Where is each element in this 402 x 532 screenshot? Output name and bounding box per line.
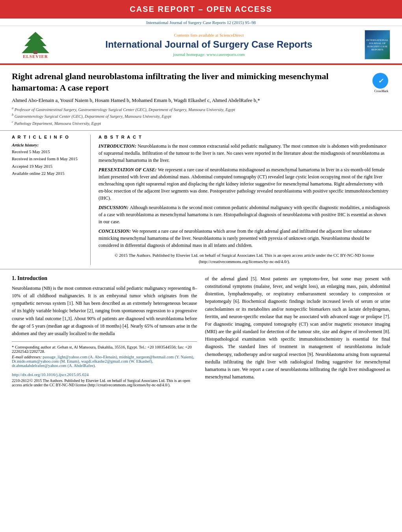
affiliation-b: b Gastroenterology Surgical Center (GEC)… xyxy=(12,113,367,119)
body-intro-para2: of the adrenal gland [5]. Most patients … xyxy=(205,275,390,381)
elsevier-tree-icon xyxy=(20,31,51,54)
abstract-intro-text: Neuroblastoma is the most common extracr… xyxy=(99,143,386,163)
email-note: E-mail addresses: passage_light@yahoo.co… xyxy=(12,355,197,368)
license-text: 2210-2612/© 2015 The Authors. Published … xyxy=(12,378,197,387)
received-date: Received 5 May 2015 xyxy=(12,149,84,155)
corresponding-author-note: * Corresponding author at: Gehan st, Al … xyxy=(12,345,197,354)
doi-area: http://dx.doi.org/10.1016/j.ijscr.2015.0… xyxy=(12,369,197,387)
article-title-area: Right adrenal gland neuroblastoma infilt… xyxy=(12,71,367,126)
article-history-label: Article history: xyxy=(12,143,84,147)
elsevier-logo-area: ELSEVIER xyxy=(12,31,59,59)
journal-center: Contents lists available at ScienceDirec… xyxy=(59,33,359,57)
elsevier-label: ELSEVIER xyxy=(23,54,48,59)
authors-line: Ahmed Abo-Elenain a, Yousif Naiem b, Hos… xyxy=(12,97,367,104)
abstract-intro-title: INTRODUCTION: xyxy=(99,143,136,149)
affiliation-a: a Professor of Gastrointestinal Surgery,… xyxy=(12,106,367,113)
body-intro-para1: Neuroblastoma (NB) is the most common ex… xyxy=(12,285,197,337)
abstract-column: A B S T R A C T INTRODUCTION: Neuroblast… xyxy=(99,135,390,265)
footnotes-area: * Corresponding author at: Gehan st, Al … xyxy=(12,341,197,368)
journal-reference: International Journal of Surgery Case Re… xyxy=(0,19,402,26)
article-body: 1. Introduction Neuroblastoma (NB) is th… xyxy=(0,269,402,393)
article-info-abstract-section: A R T I C L E I N F O Article history: R… xyxy=(0,131,402,269)
abstract-disc-text: Although neuroblastoma is the second mos… xyxy=(99,205,390,224)
crossmark-badge[interactable]: ✓ CrossMark xyxy=(372,73,390,91)
journal-cover-image: INTERNATIONAL JOURNAL OF SURGERY CASE RE… xyxy=(365,30,390,59)
article-info-title: A R T I C L E I N F O xyxy=(12,135,84,139)
revised-date: Received in revised form 8 May 2015 xyxy=(12,156,84,162)
accepted-date: Accepted 19 May 2015 xyxy=(12,163,84,169)
available-date: Available online 22 May 2015 xyxy=(12,171,84,176)
svg-rect-2 xyxy=(34,51,37,54)
section1-heading: 1. Introduction xyxy=(12,275,197,282)
article-info-column: A R T I C L E I N F O Article history: R… xyxy=(12,135,91,265)
crossmark-icon: ✓ xyxy=(372,73,388,89)
abstract-presentation: PRESENTATION OF CASE: We represent a rar… xyxy=(99,166,390,202)
journal-header: ELSEVIER Contents lists available at Sci… xyxy=(0,26,402,64)
body-right-column: of the adrenal gland [5]. Most patients … xyxy=(205,275,390,387)
abstract-title: A B S T R A C T xyxy=(99,135,390,139)
abstract-copyright: © 2015 The Authors. Published by Elsevie… xyxy=(99,252,390,265)
abstract-conc-title: CONCLUSION: xyxy=(99,228,131,234)
abstract-disc-title: DISCUSSION: xyxy=(99,205,128,210)
body-left-column: 1. Introduction Neuroblastoma (NB) is th… xyxy=(12,275,197,387)
article-title: Right adrenal gland neuroblastoma infilt… xyxy=(12,71,367,93)
abstract-discussion: DISCUSSION: Although neuroblastoma is th… xyxy=(99,204,390,225)
crossmark-label: CrossMark xyxy=(372,89,390,93)
affiliations: a Professor of Gastrointestinal Surgery,… xyxy=(12,106,367,126)
journal-homepage: journal homepage: www.casereports.com xyxy=(59,52,359,57)
article-title-section: Right adrenal gland neuroblastoma infilt… xyxy=(0,65,402,131)
abstract-conclusion: CONCLUSION: We represent a rare case of … xyxy=(99,228,390,249)
abstract-conc-text: We represent a rare case of neuroblastom… xyxy=(99,228,371,248)
journal-title: International Journal of Surgery Case Re… xyxy=(59,39,359,50)
affiliation-c: c Pathology Department, Mansoura Univers… xyxy=(12,120,367,126)
journal-cover-area: INTERNATIONAL JOURNAL OF SURGERY CASE RE… xyxy=(359,30,390,59)
elsevier-logo: ELSEVIER xyxy=(12,31,59,59)
case-report-banner: CASE REPORT – OPEN ACCESS xyxy=(0,0,402,19)
sciencedirect-label: ScienceDirect xyxy=(220,33,244,37)
abstract-pres-title: PRESENTATION OF CASE: xyxy=(99,167,156,172)
doi-link[interactable]: http://dx.doi.org/10.1016/j.ijscr.2015.0… xyxy=(12,372,197,377)
abstract-introduction: INTRODUCTION: Neuroblastoma is the most … xyxy=(99,143,390,164)
authors-text: Ahmed Abo-Elenain a, Yousif Naiem b, Hos… xyxy=(12,97,260,103)
homepage-url: www.casereports.com xyxy=(207,52,245,57)
sciencedirect-line: Contents lists available at ScienceDirec… xyxy=(59,33,359,37)
